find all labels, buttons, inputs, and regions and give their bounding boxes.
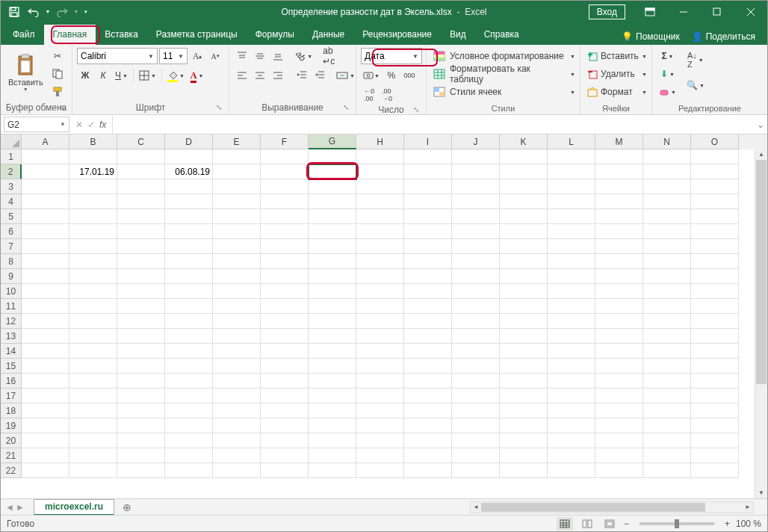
cell-G4[interactable] bbox=[309, 194, 356, 209]
cell-L21[interactable] bbox=[548, 448, 595, 463]
cell-A21[interactable] bbox=[22, 448, 69, 463]
cell-A3[interactable] bbox=[22, 179, 69, 194]
cell-G13[interactable] bbox=[309, 329, 356, 344]
cell-L7[interactable] bbox=[548, 239, 595, 254]
cell-D17[interactable] bbox=[165, 389, 213, 403]
cell-C17[interactable] bbox=[117, 389, 165, 403]
hscroll-thumb[interactable] bbox=[481, 503, 705, 512]
cell-G5[interactable] bbox=[309, 209, 356, 224]
cell-F21[interactable] bbox=[261, 448, 309, 463]
cell-A4[interactable] bbox=[22, 194, 69, 209]
cell-O12[interactable] bbox=[691, 314, 739, 329]
cell-F10[interactable] bbox=[261, 284, 309, 299]
zoom-out-button[interactable]: − bbox=[624, 519, 629, 529]
alignment-launcher[interactable]: ⤡ bbox=[341, 102, 351, 112]
cell-H5[interactable] bbox=[356, 209, 404, 224]
name-box[interactable]: G2▼ bbox=[4, 117, 69, 132]
cell-L1[interactable] bbox=[548, 149, 595, 164]
sign-in-button[interactable]: Вход bbox=[589, 4, 625, 19]
cell-C10[interactable] bbox=[117, 284, 165, 299]
qat-customize[interactable]: ▾ bbox=[81, 3, 90, 21]
cell-E15[interactable] bbox=[213, 359, 261, 374]
cell-K20[interactable] bbox=[500, 433, 548, 448]
cell-H8[interactable] bbox=[356, 254, 404, 269]
col-header-H[interactable]: H bbox=[356, 134, 404, 149]
cell-N1[interactable] bbox=[643, 149, 691, 164]
cell-O22[interactable] bbox=[691, 463, 739, 478]
row-header-21[interactable]: 21 bbox=[1, 448, 22, 463]
cell-O15[interactable] bbox=[691, 359, 739, 374]
cell-B9[interactable] bbox=[69, 269, 117, 284]
decrease-decimal-button[interactable]: .00→0 bbox=[379, 87, 395, 103]
cell-I9[interactable] bbox=[404, 269, 452, 284]
cell-H9[interactable] bbox=[356, 269, 404, 284]
cell-O10[interactable] bbox=[691, 284, 739, 299]
cell-N10[interactable] bbox=[643, 284, 691, 299]
cancel-formula-icon[interactable]: ✕ bbox=[75, 120, 83, 130]
align-bottom-button[interactable] bbox=[270, 48, 286, 64]
cell-O11[interactable] bbox=[691, 299, 739, 314]
cell-N7[interactable] bbox=[643, 239, 691, 254]
undo-dropdown[interactable]: ▼ bbox=[44, 3, 52, 21]
row-header-11[interactable]: 11 bbox=[1, 299, 22, 314]
cell-L13[interactable] bbox=[548, 329, 595, 344]
cell-H1[interactable] bbox=[356, 149, 404, 164]
col-header-O[interactable]: O bbox=[691, 134, 739, 149]
cell-O1[interactable] bbox=[691, 149, 739, 164]
cell-E1[interactable] bbox=[213, 149, 261, 164]
cell-G10[interactable] bbox=[309, 284, 356, 299]
cell-M1[interactable] bbox=[595, 149, 643, 164]
cell-J9[interactable] bbox=[452, 269, 500, 284]
cell-N3[interactable] bbox=[643, 179, 691, 194]
redo-dropdown[interactable]: ▼ bbox=[72, 3, 80, 21]
cell-N21[interactable] bbox=[643, 448, 691, 463]
align-left-button[interactable] bbox=[234, 67, 250, 84]
cell-L9[interactable] bbox=[548, 269, 595, 284]
cell-G18[interactable] bbox=[309, 403, 356, 418]
cell-B17[interactable] bbox=[69, 389, 117, 403]
cell-L5[interactable] bbox=[548, 209, 595, 224]
copy-button[interactable] bbox=[49, 66, 66, 82]
ribbon-display-options[interactable] bbox=[633, 1, 666, 22]
cell-K12[interactable] bbox=[500, 314, 548, 329]
number-format-combo[interactable]: Дата▼ bbox=[361, 48, 422, 64]
row-header-3[interactable]: 3 bbox=[1, 179, 22, 194]
col-header-F[interactable]: F bbox=[261, 134, 309, 149]
cell-B6[interactable] bbox=[69, 224, 117, 239]
tab-data[interactable]: Данные bbox=[303, 25, 353, 45]
cell-G8[interactable] bbox=[309, 254, 356, 269]
cell-C5[interactable] bbox=[117, 209, 165, 224]
col-header-M[interactable]: M bbox=[595, 134, 643, 149]
increase-indent-button[interactable] bbox=[312, 67, 328, 84]
row-header-18[interactable]: 18 bbox=[1, 403, 22, 418]
cell-J8[interactable] bbox=[452, 254, 500, 269]
cell-K22[interactable] bbox=[500, 463, 548, 478]
cell-B11[interactable] bbox=[69, 299, 117, 314]
cell-F20[interactable] bbox=[261, 433, 309, 448]
cell-C20[interactable] bbox=[117, 433, 165, 448]
cell-D8[interactable] bbox=[165, 254, 213, 269]
close-button[interactable] bbox=[734, 1, 767, 22]
cell-G11[interactable] bbox=[309, 299, 356, 314]
cell-J22[interactable] bbox=[452, 463, 500, 478]
cell-L11[interactable] bbox=[548, 299, 595, 314]
cell-N14[interactable] bbox=[643, 344, 691, 359]
cell-F7[interactable] bbox=[261, 239, 309, 254]
cell-H21[interactable] bbox=[356, 448, 404, 463]
cell-N8[interactable] bbox=[643, 254, 691, 269]
cell-O4[interactable] bbox=[691, 194, 739, 209]
font-launcher[interactable]: ⤡ bbox=[214, 102, 224, 112]
align-right-button[interactable] bbox=[270, 67, 286, 84]
tell-me[interactable]: 💡Помощник bbox=[622, 28, 680, 45]
cell-C2[interactable] bbox=[117, 164, 165, 179]
cell-K21[interactable] bbox=[500, 448, 548, 463]
cell-A10[interactable] bbox=[22, 284, 69, 299]
redo-button[interactable] bbox=[53, 3, 71, 21]
cell-N6[interactable] bbox=[643, 224, 691, 239]
borders-button[interactable]: ▼ bbox=[137, 67, 158, 84]
sort-filter-button[interactable]: A↓Z▼ bbox=[684, 48, 707, 72]
zoom-level[interactable]: 100 % bbox=[736, 519, 761, 529]
cell-C11[interactable] bbox=[117, 299, 165, 314]
accounting-format-button[interactable]: ▼ bbox=[361, 67, 382, 84]
fill-color-button[interactable]: ▼ bbox=[165, 67, 187, 84]
